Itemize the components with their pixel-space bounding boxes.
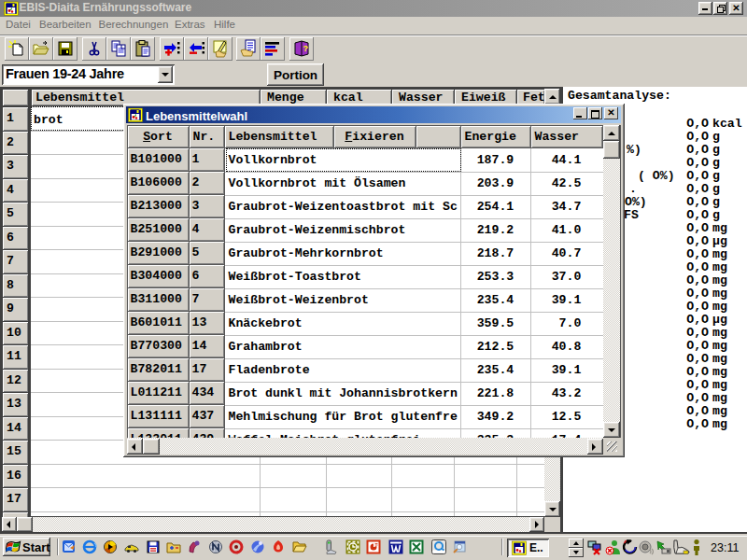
svg-text:?: ? [303,44,309,53]
